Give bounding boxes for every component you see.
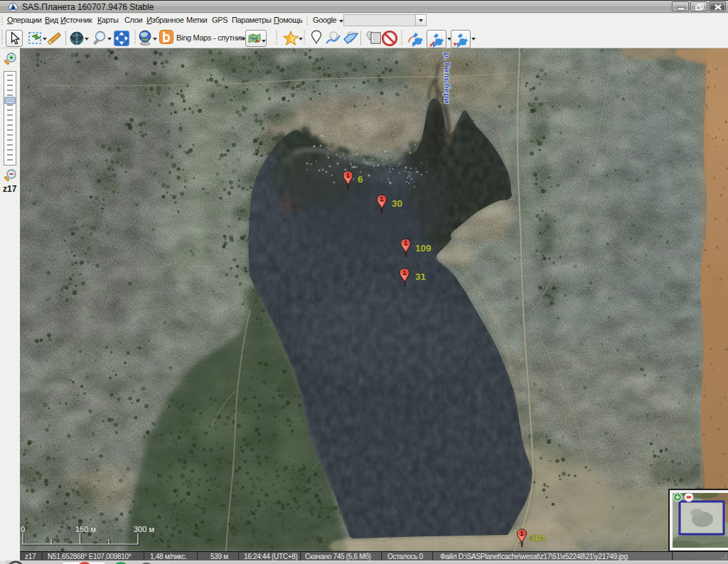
svg-text:1: 1: [404, 239, 407, 246]
svg-text:300 м: 300 м: [134, 525, 154, 533]
svg-text:6: 6: [358, 174, 363, 185]
svg-text:109: 109: [415, 243, 432, 254]
svg-text:31: 31: [415, 271, 427, 282]
svg-text:1: 1: [402, 269, 406, 276]
svg-text:30: 30: [392, 198, 402, 209]
svg-text:150 м: 150 м: [75, 525, 96, 533]
svg-text:1: 1: [346, 172, 350, 179]
svg-text:304: 304: [530, 533, 546, 543]
svg-text:1: 1: [520, 530, 523, 537]
svg-text:0: 0: [21, 525, 25, 533]
svg-text:1: 1: [380, 195, 383, 202]
svg-text:р. Гильбери: р. Гильбери: [443, 53, 451, 104]
